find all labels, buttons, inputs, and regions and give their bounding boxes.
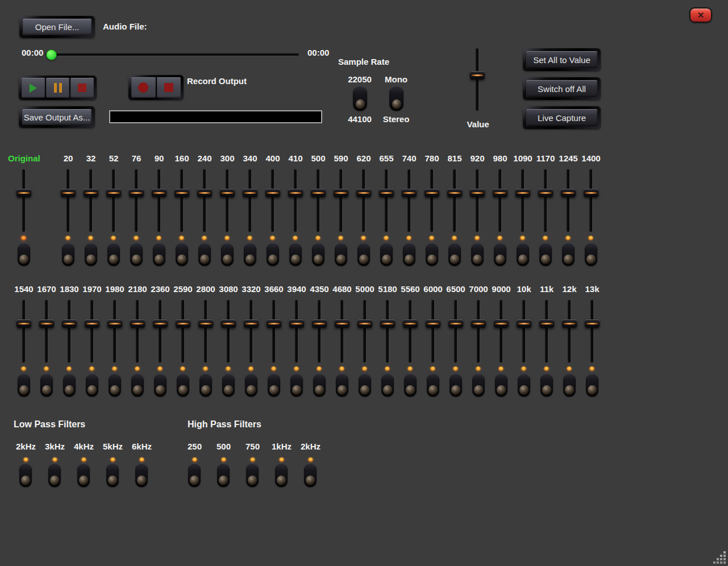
resize-grip[interactable] (713, 551, 726, 564)
eq-slider-thumb[interactable] (356, 189, 371, 197)
value-slider-thumb[interactable] (470, 71, 485, 80)
channel-enable-switch[interactable] (177, 373, 189, 397)
eq-slider-thumb[interactable] (85, 319, 99, 328)
eq-slider-track[interactable] (114, 300, 116, 363)
channel-enable-switch[interactable] (222, 373, 235, 397)
seek-bar-track[interactable] (45, 53, 299, 56)
eq-slider-thumb[interactable] (130, 319, 145, 328)
eq-slider-thumb[interactable] (244, 319, 259, 328)
eq-slider-thumb[interactable] (357, 319, 372, 328)
eq-slider-track[interactable] (567, 169, 569, 232)
eq-slider-thumb[interactable] (539, 319, 554, 328)
channel-enable-switch[interactable] (176, 243, 188, 266)
eq-slider-track[interactable] (499, 169, 501, 232)
eq-slider-track[interactable] (386, 300, 389, 363)
filter-enable-switch[interactable] (19, 463, 32, 487)
eq-slider-thumb[interactable] (311, 189, 326, 197)
channel-enable-switch[interactable] (450, 373, 462, 397)
eq-slider-track[interactable] (227, 300, 230, 363)
eq-slider-track[interactable] (432, 300, 434, 363)
channel-enable-switch[interactable] (221, 243, 234, 266)
eq-slider-thumb[interactable] (585, 319, 600, 328)
filter-enable-switch[interactable] (188, 463, 201, 487)
eq-slider-thumb[interactable] (174, 189, 189, 197)
eq-slider-thumb[interactable] (448, 319, 463, 328)
eq-slider-thumb[interactable] (561, 189, 576, 197)
channel-enable-switch[interactable] (586, 373, 598, 397)
eq-slider-thumb[interactable] (312, 319, 327, 328)
channel-mode-toggle[interactable] (389, 86, 403, 111)
action-button[interactable]: Set All to Value (523, 48, 601, 71)
eq-slider-track[interactable] (546, 300, 548, 363)
eq-slider-thumb[interactable] (221, 319, 236, 328)
channel-enable-switch[interactable] (289, 243, 302, 266)
eq-slider-track[interactable] (318, 300, 321, 363)
channel-enable-switch[interactable] (380, 243, 393, 266)
channel-enable-switch[interactable] (153, 243, 165, 266)
eq-slider-track[interactable] (91, 300, 93, 363)
filter-enable-switch[interactable] (77, 463, 90, 487)
channel-enable-switch[interactable] (312, 243, 325, 266)
eq-slider-thumb[interactable] (16, 189, 31, 197)
channel-enable-switch[interactable] (244, 243, 256, 266)
eq-slider-track[interactable] (341, 300, 343, 363)
filter-enable-switch[interactable] (217, 463, 230, 487)
eq-slider-track[interactable] (250, 300, 252, 363)
eq-slider-track[interactable] (408, 169, 410, 232)
record-button[interactable] (131, 77, 156, 98)
channel-enable-switch[interactable] (62, 243, 74, 266)
channel-enable-switch[interactable] (63, 373, 76, 397)
channel-enable-switch[interactable] (86, 373, 98, 397)
channel-enable-switch[interactable] (359, 373, 371, 397)
eq-slider-track[interactable] (45, 300, 48, 363)
pause-button[interactable] (46, 78, 69, 98)
eq-slider-track[interactable] (272, 169, 274, 232)
channel-enable-switch[interactable] (563, 373, 576, 397)
channel-enable-switch[interactable] (494, 243, 506, 266)
channel-enable-switch[interactable] (198, 243, 211, 266)
eq-slider-track[interactable] (205, 300, 207, 363)
eq-slider-thumb[interactable] (265, 189, 280, 197)
eq-slider-track[interactable] (591, 300, 593, 363)
play-button[interactable] (22, 78, 45, 98)
eq-slider-track[interactable] (544, 169, 547, 232)
channel-enable-switch[interactable] (517, 243, 529, 266)
eq-slider-thumb[interactable] (129, 189, 144, 197)
channel-enable-switch[interactable] (18, 373, 30, 397)
eq-slider-track[interactable] (363, 169, 365, 232)
open-file-button[interactable]: Open File... (19, 16, 95, 38)
channel-enable-switch[interactable] (154, 373, 167, 397)
eq-slider-thumb[interactable] (61, 189, 76, 197)
eq-slider-track[interactable] (181, 169, 183, 232)
stop-button[interactable] (70, 78, 94, 98)
eq-slider-thumb[interactable] (380, 319, 395, 328)
eq-slider-thumb[interactable] (426, 319, 440, 328)
eq-slider-thumb[interactable] (538, 189, 553, 197)
eq-slider-track[interactable] (182, 300, 184, 363)
eq-slider-track[interactable] (273, 300, 275, 363)
eq-slider-track[interactable] (226, 169, 228, 232)
action-button[interactable]: Live Capture (523, 106, 601, 129)
eq-slider-thumb[interactable] (470, 189, 485, 197)
eq-slider-thumb[interactable] (493, 189, 507, 197)
channel-enable-switch[interactable] (109, 373, 121, 397)
eq-slider-thumb[interactable] (584, 189, 598, 197)
eq-slider-track[interactable] (500, 300, 502, 363)
channel-enable-switch[interactable] (18, 243, 30, 266)
value-slider-track[interactable] (476, 48, 479, 111)
channel-enable-switch[interactable] (448, 243, 461, 266)
eq-slider-thumb[interactable] (494, 319, 509, 328)
channel-enable-switch[interactable] (85, 243, 97, 266)
eq-slider-track[interactable] (523, 300, 525, 363)
eq-slider-thumb[interactable] (447, 189, 462, 197)
channel-enable-switch[interactable] (357, 243, 370, 266)
channel-enable-switch[interactable] (562, 243, 575, 266)
eq-slider-track[interactable] (568, 300, 571, 363)
eq-slider-track[interactable] (340, 169, 342, 232)
eq-slider-thumb[interactable] (335, 319, 350, 328)
eq-slider-track[interactable] (135, 169, 138, 232)
channel-enable-switch[interactable] (426, 243, 438, 266)
eq-slider-thumb[interactable] (198, 319, 213, 328)
eq-slider-track[interactable] (477, 300, 480, 363)
eq-slider-thumb[interactable] (39, 319, 54, 328)
